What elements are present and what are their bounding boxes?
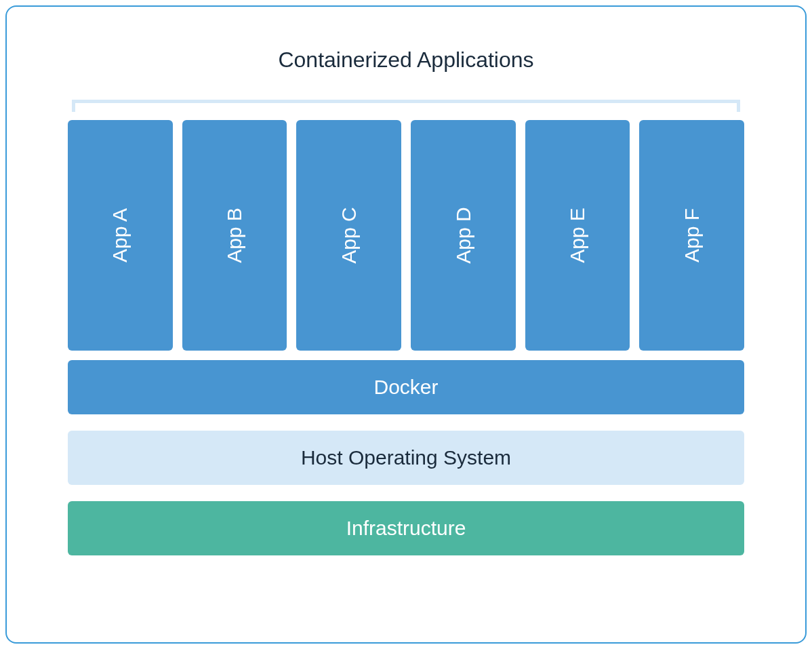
- app-label: App E: [566, 208, 589, 263]
- app-box-c: App C: [296, 120, 401, 351]
- app-label: App F: [681, 208, 704, 262]
- diagram-title: Containerized Applications: [68, 47, 744, 73]
- diagram-container: Containerized Applications App A App B A…: [5, 5, 807, 644]
- app-box-f: App F: [639, 120, 744, 351]
- host-os-layer: Host Operating System: [68, 431, 744, 485]
- host-os-label: Host Operating System: [301, 446, 511, 469]
- infrastructure-label: Infrastructure: [346, 517, 466, 540]
- infrastructure-layer: Infrastructure: [68, 501, 744, 555]
- app-label: App B: [223, 208, 246, 263]
- app-label: App C: [338, 207, 361, 263]
- apps-row: App A App B App C App D App E App F: [68, 120, 744, 351]
- app-box-d: App D: [411, 120, 516, 351]
- app-box-b: App B: [182, 120, 287, 351]
- docker-label: Docker: [373, 376, 438, 399]
- app-box-a: App A: [68, 120, 173, 351]
- apps-bracket: [72, 100, 740, 112]
- docker-layer: Docker: [68, 360, 744, 414]
- app-label: App D: [451, 207, 474, 263]
- app-box-e: App E: [525, 120, 630, 351]
- app-label: App A: [108, 208, 131, 262]
